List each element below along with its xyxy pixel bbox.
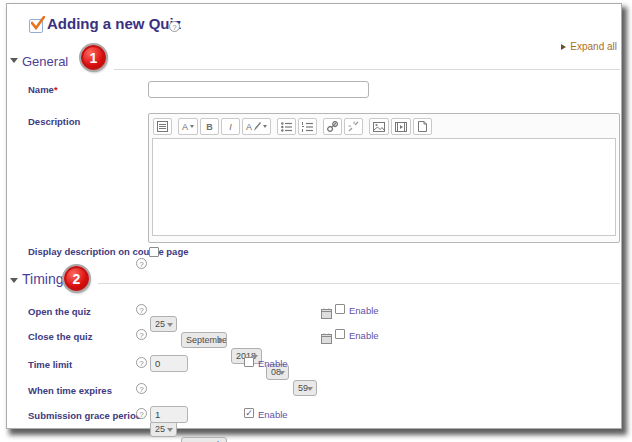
open-quiz-minute-select[interactable]: 59 bbox=[293, 380, 317, 396]
chevron-down-icon bbox=[167, 323, 173, 327]
ordered-list-icon[interactable] bbox=[298, 118, 317, 135]
expand-all-label: Expand all bbox=[570, 41, 617, 52]
title-help-icon[interactable]: ? bbox=[169, 21, 180, 32]
time-limit-enable-checkbox[interactable] bbox=[244, 357, 254, 367]
section-timing-header[interactable]: Timing bbox=[22, 271, 64, 287]
expand-all-icon bbox=[561, 44, 566, 50]
close-quiz-month-select[interactable]: September bbox=[181, 437, 227, 442]
close-quiz-help-icon[interactable]: ? bbox=[136, 329, 147, 340]
open-quiz-enable-label: Enable bbox=[349, 305, 379, 316]
annotation-badge-1: 1 bbox=[81, 45, 106, 70]
open-quiz-help-icon[interactable]: ? bbox=[136, 304, 147, 315]
general-collapse-icon[interactable] bbox=[10, 58, 18, 63]
time-limit-label: Time limit bbox=[28, 359, 72, 370]
timing-divider bbox=[98, 283, 620, 284]
close-quiz-enable-label: Enable bbox=[349, 330, 379, 341]
grace-period-enable-checkbox[interactable]: ✓ bbox=[244, 408, 254, 418]
general-divider bbox=[114, 69, 620, 70]
required-asterisk: * bbox=[54, 84, 58, 95]
font-color-icon[interactable]: A bbox=[242, 118, 271, 135]
quiz-icon bbox=[29, 19, 43, 33]
close-quiz-label: Close the quiz bbox=[28, 331, 92, 342]
description-textarea[interactable] bbox=[152, 138, 616, 236]
open-quiz-label: Open the quiz bbox=[28, 306, 91, 317]
time-limit-help-icon[interactable]: ? bbox=[136, 357, 147, 368]
close-quiz-enable-checkbox[interactable] bbox=[335, 329, 345, 339]
when-time-expires-help-icon[interactable]: ? bbox=[136, 383, 147, 394]
calendar-icon[interactable] bbox=[321, 330, 332, 348]
display-description-label: Display description on course page bbox=[28, 246, 188, 257]
description-editor: A B I A bbox=[148, 113, 620, 243]
description-label: Description bbox=[28, 116, 80, 127]
collapse-toolbar-icon[interactable] bbox=[153, 118, 172, 135]
grace-period-label: Submission grace period bbox=[28, 410, 142, 421]
chevron-down-icon bbox=[279, 371, 285, 375]
expand-all-link[interactable]: Expand all bbox=[561, 41, 617, 52]
editor-toolbar: A B I A bbox=[149, 114, 619, 138]
italic-icon[interactable]: I bbox=[221, 118, 240, 135]
unlink-icon[interactable] bbox=[344, 118, 363, 135]
display-description-checkbox[interactable] bbox=[149, 247, 159, 257]
chevron-down-icon bbox=[217, 339, 223, 343]
grace-period-input[interactable]: 1 bbox=[150, 406, 188, 423]
open-quiz-month-select[interactable]: September bbox=[181, 332, 227, 348]
link-icon[interactable] bbox=[323, 118, 342, 135]
image-icon[interactable] bbox=[369, 118, 389, 135]
open-quiz-day-select[interactable]: 25 bbox=[150, 316, 177, 332]
chevron-down-icon bbox=[167, 428, 173, 432]
bold-icon[interactable]: B bbox=[200, 118, 219, 135]
close-quiz-day-select[interactable]: 25 bbox=[150, 421, 177, 437]
grace-period-help-icon[interactable]: ? bbox=[136, 408, 147, 419]
open-quiz-enable-checkbox[interactable] bbox=[335, 304, 345, 314]
time-limit-enable-label: Enable bbox=[258, 358, 288, 369]
page: Adding a new Quiz ? Expand all General 1… bbox=[0, 0, 632, 442]
timing-collapse-icon[interactable] bbox=[10, 278, 18, 283]
media-icon[interactable] bbox=[391, 118, 411, 135]
section-general-header[interactable]: General bbox=[22, 54, 68, 69]
unordered-list-icon[interactable] bbox=[277, 118, 296, 135]
display-description-help-icon[interactable]: ? bbox=[136, 258, 147, 269]
name-label: Name* bbox=[28, 84, 58, 95]
name-input[interactable] bbox=[148, 81, 369, 98]
paragraph-styles-icon[interactable]: A bbox=[178, 118, 198, 135]
page-title: Adding a new Quiz bbox=[47, 15, 181, 32]
file-icon[interactable] bbox=[413, 118, 432, 135]
time-limit-input[interactable]: 0 bbox=[150, 355, 188, 372]
calendar-icon[interactable] bbox=[321, 305, 332, 323]
chevron-down-icon bbox=[307, 387, 313, 391]
when-time-expires-label: When time expires bbox=[28, 385, 112, 396]
grace-period-enable-label: Enable bbox=[258, 409, 288, 420]
annotation-badge-2: 2 bbox=[64, 266, 89, 291]
